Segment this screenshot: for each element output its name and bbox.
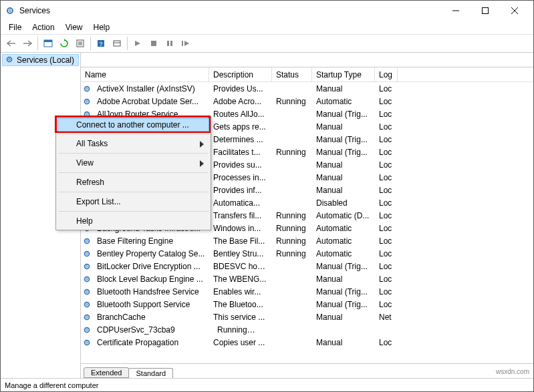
submenu-arrow-icon: [200, 140, 204, 150]
service-row[interactable]: BranchCacheThis service ...ManualNet: [81, 311, 533, 323]
service-status: [272, 341, 312, 344]
service-logon: Loc: [375, 273, 398, 285]
col-header-name[interactable]: Name: [81, 67, 209, 81]
svg-point-54: [85, 289, 90, 294]
tab-standard[interactable]: Standard: [128, 368, 173, 378]
service-logon: Loc: [375, 286, 398, 298]
col-header-description[interactable]: Description: [209, 67, 272, 81]
service-startup: Manual: [312, 273, 375, 285]
service-row[interactable]: BitLocker Drive Encryption ...BDESVC hos…: [81, 260, 533, 272]
status-bar: Manage a different computer: [1, 378, 533, 391]
forward-button[interactable]: [19, 36, 35, 51]
gear-icon: [81, 274, 93, 284]
service-logon: Loc: [375, 197, 398, 209]
svg-rect-17: [167, 41, 169, 46]
stop-service-button[interactable]: [146, 36, 162, 51]
service-row[interactable]: CDPUserSvc_73cba9RunningAutomaticLoc: [81, 323, 533, 336]
service-description: This service ...: [209, 311, 272, 323]
menu-action[interactable]: Action: [28, 21, 58, 33]
service-startup: Manual (Trig...: [312, 260, 375, 272]
restart-service-button[interactable]: [178, 36, 194, 51]
show-hide-tree-button[interactable]: [40, 36, 56, 51]
svg-point-50: [85, 264, 90, 268]
svg-point-51: [86, 265, 88, 267]
service-row[interactable]: Bluetooth Handsfree ServiceEnables wir..…: [81, 285, 533, 298]
service-name: BranchCache: [93, 311, 209, 323]
service-name: Base Filtering Engine: [93, 235, 209, 247]
service-startup: Manual: [312, 121, 375, 133]
tab-extended[interactable]: Extended: [84, 367, 129, 378]
service-description: BDESVC hos...: [209, 260, 272, 272]
svg-rect-16: [151, 41, 156, 46]
service-row[interactable]: Bluetooth Support ServiceThe Bluetoo...M…: [81, 298, 533, 311]
service-description: The WBENG...: [209, 273, 272, 285]
properties-button[interactable]: [109, 36, 125, 51]
context-menu-item[interactable]: All Tasks: [57, 136, 209, 151]
service-logon: Loc: [375, 248, 398, 260]
col-header-startup[interactable]: Startup Type: [312, 67, 375, 81]
back-button[interactable]: [3, 36, 19, 51]
service-status: [272, 202, 312, 204]
refresh-button[interactable]: [56, 36, 72, 51]
context-menu-item[interactable]: Connect to another computer ...: [57, 118, 209, 132]
help-button[interactable]: ?: [93, 36, 109, 51]
tree-node-services-local[interactable]: Services (Local): [2, 54, 79, 66]
svg-point-20: [7, 57, 12, 61]
service-status: [272, 176, 312, 179]
service-description: The Bluetoo...: [209, 299, 272, 311]
context-menu-item[interactable]: Help: [57, 214, 209, 228]
service-row[interactable]: Certificate PropagationCopies user ...Ma…: [81, 336, 533, 349]
service-description: Transfers fil...: [209, 210, 272, 222]
tree-node-label: Services (Local): [17, 55, 74, 65]
title-bar: Services: [1, 1, 533, 21]
svg-point-61: [86, 329, 88, 331]
col-header-logon[interactable]: Log: [375, 67, 398, 81]
col-header-status[interactable]: Status: [272, 67, 312, 81]
service-row[interactable]: Block Level Backup Engine ...The WBENG..…: [81, 272, 533, 285]
menu-file[interactable]: File: [5, 21, 25, 33]
gear-icon: [81, 313, 93, 322]
gear-icon: [81, 325, 93, 335]
service-row[interactable]: Adobe Acrobat Update Ser...Adobe Acro...…: [81, 95, 533, 108]
svg-point-22: [85, 86, 90, 91]
service-startup: Manual (Trig...: [312, 108, 375, 120]
service-name: Certificate Propagation: [93, 337, 209, 349]
svg-point-62: [85, 340, 90, 345]
service-description: Windows in...: [209, 222, 272, 234]
service-status: [272, 87, 312, 90]
service-startup: Automatic: [312, 222, 375, 234]
context-menu-item[interactable]: Export List...: [57, 194, 209, 209]
service-description: Bentley Stru...: [209, 248, 272, 260]
service-description: Provides inf...: [209, 184, 272, 196]
service-startup: Manual: [312, 159, 375, 171]
svg-point-60: [85, 327, 90, 332]
svg-point-59: [86, 316, 88, 318]
service-description: Provides su...: [209, 159, 272, 171]
service-row[interactable]: ActiveX Installer (AxInstSV)Provides Us.…: [81, 82, 533, 95]
menu-view[interactable]: View: [61, 21, 87, 33]
menu-divider: [58, 134, 209, 134]
service-name: ActiveX Installer (AxInstSV): [93, 83, 209, 95]
svg-rect-19: [182, 41, 183, 46]
maximize-button[interactable]: [471, 1, 500, 21]
svg-point-47: [86, 240, 88, 242]
pause-service-button[interactable]: [162, 36, 178, 51]
export-list-button[interactable]: [72, 36, 88, 51]
minimize-button[interactable]: [441, 1, 471, 21]
context-menu-item[interactable]: Refresh: [57, 175, 209, 190]
service-logon: Loc: [375, 83, 398, 95]
service-name: Bluetooth Support Service: [93, 299, 209, 311]
menu-help[interactable]: Help: [90, 21, 114, 33]
svg-point-24: [85, 99, 90, 104]
svg-point-55: [86, 290, 88, 292]
list-header: Name Description Status Startup Type Log: [81, 67, 533, 82]
context-menu-item[interactable]: View: [57, 156, 209, 170]
service-status: Running: [272, 146, 312, 158]
close-button[interactable]: [500, 1, 529, 21]
service-description: Copies user ...: [209, 337, 272, 349]
service-row[interactable]: Base Filtering EngineThe Base Fil...Runn…: [81, 234, 533, 247]
start-service-button[interactable]: [130, 36, 146, 51]
service-row[interactable]: Bentley Property Catalog Se...Bentley St…: [81, 247, 533, 260]
detail-panel: [81, 53, 533, 67]
window-title: Services: [19, 6, 441, 15]
